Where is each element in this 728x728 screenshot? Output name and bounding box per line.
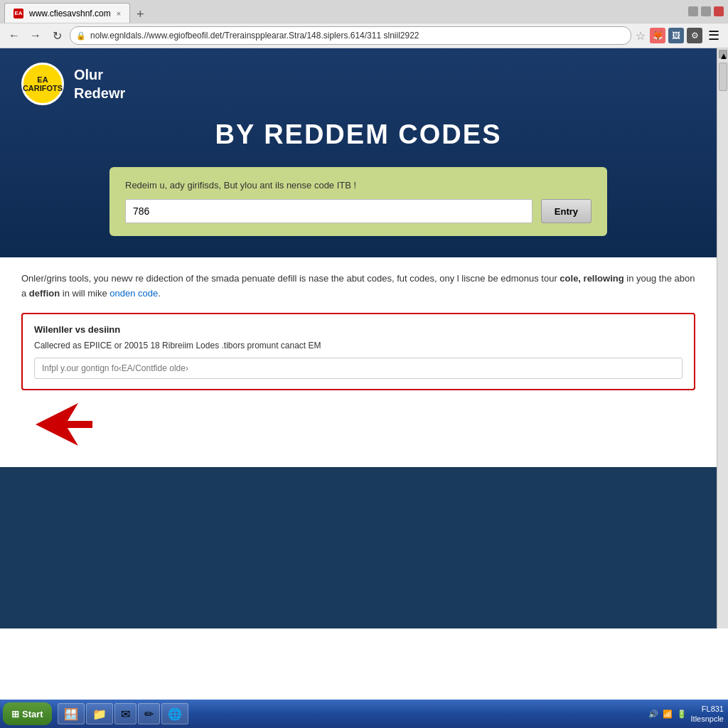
info-link[interactable]: onden code [109, 288, 158, 299]
info-section: Onler/grins tools, you newv re didection… [0, 257, 717, 467]
taskbar-app-5[interactable]: 🌐 [161, 703, 188, 724]
new-tab-button[interactable]: + [130, 6, 150, 23]
red-arrow-icon [36, 403, 92, 446]
ea-logo: EA CARIFOTS [21, 63, 64, 105]
reload-button[interactable]: ↻ [48, 27, 65, 44]
page-area: EA CARIFOTS Olur Redewr BY REDDEM CODES … [0, 48, 728, 628]
address-wrapper: 🔒 [70, 26, 631, 45]
svg-marker-0 [36, 403, 92, 446]
extension1-icon[interactable]: 🖼 [668, 28, 684, 43]
tab-title: www.cfiesavshnf.com [29, 9, 111, 18]
toolbar-icons: 🦊 🖼 ⚙ ☰ [650, 28, 722, 43]
warning-text: Callecred as EPIICE or 20015 18 Ribreiim… [34, 341, 682, 350]
logo-row: EA CARIFOTS Olur Redewr [21, 63, 125, 105]
below-fold-area [0, 628, 728, 700]
close-window-button[interactable] [714, 6, 724, 16]
entry-button[interactable]: Entry [541, 199, 592, 223]
taskbar: ⊞ Start 🪟 📁 ✉ ✏ 🌐 🔊 📶 🔋 FL831 Itlesnpcle [0, 700, 728, 728]
arrow-container [21, 396, 695, 453]
page-content: EA CARIFOTS Olur Redewr BY REDDEM CODES … [0, 48, 717, 628]
info-paragraph: Onler/grins tools, you newv re didection… [21, 272, 695, 301]
scrollbar[interactable]: ▲ [717, 48, 728, 628]
forward-button[interactable]: → [27, 27, 44, 44]
minimize-button[interactable] [688, 6, 698, 16]
tray-icon-3: 🔋 [677, 710, 687, 719]
warning-box: Wilenller vs desiinn Callecred as EPIICE… [21, 313, 695, 390]
site-header: EA CARIFOTS Olur Redewr BY REDDEM CODES … [0, 48, 717, 257]
bookmark-star-button[interactable]: ☆ [636, 29, 646, 43]
taskbar-app-3[interactable]: ✉ [114, 703, 136, 724]
browser-titlebar: EA www.cfiesavshnf.com × + [0, 0, 728, 23]
taskbar-app-1[interactable]: 🪟 [58, 703, 85, 724]
redeem-description: Redeim u, ady girifisds, But ylou ant il… [125, 180, 592, 191]
maximize-button[interactable] [701, 6, 711, 16]
ssl-lock-icon: 🔒 [76, 31, 86, 41]
redeem-box: Redeim u, ady girifisds, But ylou ant il… [109, 167, 607, 236]
code-input[interactable] [125, 199, 532, 223]
start-button[interactable]: ⊞ Start [3, 702, 52, 725]
windows-logo-icon: ⊞ [11, 709, 19, 719]
page-title: BY REDDEM CODES [215, 119, 501, 150]
taskbar-right: 🔊 📶 🔋 FL831 Itlesnpcle [648, 704, 724, 724]
clock-display: FL831 Itlesnpcle [691, 704, 724, 724]
scroll-thumb[interactable] [719, 63, 727, 91]
back-button[interactable]: ← [6, 27, 23, 44]
warning-title: Wilenller vs desiinn [34, 324, 682, 335]
active-tab[interactable]: EA www.cfiesavshnf.com × [4, 3, 130, 23]
taskbar-app-2[interactable]: 📁 [86, 703, 113, 724]
taskbar-app-4[interactable]: ✏ [138, 703, 160, 724]
tray-icon-1: 🔊 [648, 710, 658, 719]
warning-input[interactable] [34, 358, 682, 379]
tray-icon-2: 📶 [663, 710, 673, 719]
tab-favicon: EA [14, 9, 23, 18]
browser-toolbar: ← → ↻ 🔒 ☆ 🦊 🖼 ⚙ ☰ [0, 23, 728, 48]
footer-dark [0, 467, 717, 510]
extension2-icon[interactable]: ⚙ [687, 28, 702, 43]
redeem-input-row: Entry [125, 199, 592, 223]
logo-subtitle: Olur Redewr [74, 65, 125, 102]
scroll-up-button[interactable]: ▲ [719, 50, 727, 58]
browser-window: EA www.cfiesavshnf.com × + ← → ↻ 🔒 ☆ 🦊 🖼… [0, 0, 728, 728]
firefox-icon[interactable]: 🦊 [650, 28, 665, 43]
address-bar[interactable] [70, 26, 631, 45]
menu-button[interactable]: ☰ [705, 28, 722, 43]
tab-bar: EA www.cfiesavshnf.com × + [4, 0, 150, 23]
tab-close-button[interactable]: × [117, 9, 121, 18]
